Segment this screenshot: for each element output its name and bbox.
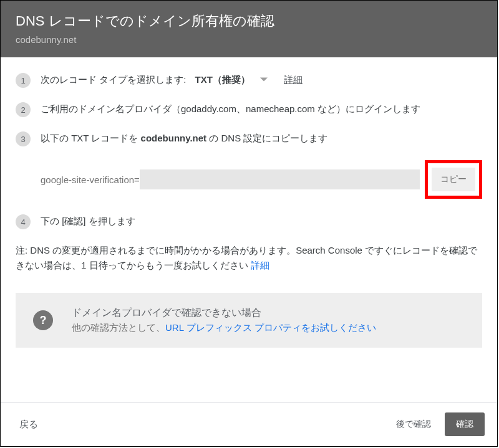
dialog-subtitle: codebunny.net [16, 34, 482, 45]
step-1-prefix: 次のレコード タイプを選択します: [41, 74, 186, 85]
step-number-badge: 3 [16, 131, 31, 146]
note-detail-link[interactable]: 詳細 [251, 260, 269, 270]
dialog-header: DNS レコードでのドメイン所有権の確認 codebunny.net [1, 1, 497, 57]
step-3-text: 以下の TXT レコードを codebunny.net の DNS 設定にコピー… [41, 131, 482, 145]
url-prefix-link[interactable]: URL プレフィックス プロパティをお試しください [165, 322, 376, 333]
record-type-dropdown[interactable]: TXT（推奨） [195, 74, 250, 85]
chevron-down-icon[interactable] [260, 73, 268, 87]
step-4: 4 下の [確認] を押します [16, 214, 482, 229]
dialog-title: DNS レコードでのドメイン所有権の確認 [16, 12, 482, 31]
copy-button-highlight: コピー [425, 160, 482, 199]
info-content: ドメイン名プロバイダで確認できない場合 他の確認方法として、URL プレフィック… [72, 307, 465, 334]
dns-note: 注: DNS の変更が適用されるまでに時間がかかる場合があります。Search … [16, 243, 482, 273]
step-number-badge: 2 [16, 102, 31, 117]
back-button[interactable]: 戻る [13, 414, 44, 436]
txt-record-prefix: google-site-verification= [41, 174, 140, 185]
step-4-text: 下の [確認] を押します [41, 214, 482, 228]
step-number-badge: 1 [16, 73, 31, 88]
step-number-badge: 4 [16, 214, 31, 229]
step-1-text: 次のレコード タイプを選択します: TXT（推奨） 詳細 [41, 72, 482, 88]
txt-record-row: google-site-verification= コピー [41, 160, 482, 199]
step-1: 1 次のレコード タイプを選択します: TXT（推奨） 詳細 [16, 72, 482, 88]
alternative-info-box: ? ドメイン名プロバイダで確認できない場合 他の確認方法として、URL プレフィ… [16, 293, 482, 348]
info-title: ドメイン名プロバイダで確認できない場合 [72, 307, 465, 320]
verify-domain-dialog: DNS レコードでのドメイン所有権の確認 codebunny.net 1 次のレ… [0, 0, 498, 447]
step-2: 2 ご利用のドメイン名プロバイダ（godaddy.com、namecheap.c… [16, 102, 482, 117]
step-2-text: ご利用のドメイン名プロバイダ（godaddy.com、namecheap.com… [41, 102, 482, 116]
txt-record-value-input[interactable] [140, 169, 420, 189]
step-3-post: の DNS 設定にコピーします [206, 133, 327, 143]
help-icon: ? [33, 310, 53, 330]
verify-later-button[interactable]: 後で確認 [387, 414, 440, 435]
copy-button[interactable]: コピー [432, 168, 475, 191]
note-text: 注: DNS の変更が適用されるまでに時間がかかる場合があります。Search … [16, 245, 477, 270]
step-3: 3 以下の TXT レコードを codebunny.net の DNS 設定にコ… [16, 131, 482, 146]
detail-link[interactable]: 詳細 [284, 74, 303, 85]
info-pre: 他の確認方法として、 [72, 322, 165, 333]
step-3-domain: codebunny.net [141, 133, 207, 143]
dialog-footer: 戻る 後で確認 確認 [1, 402, 497, 446]
verify-button[interactable]: 確認 [445, 412, 485, 436]
dialog-content: 1 次のレコード タイプを選択します: TXT（推奨） 詳細 2 ご利用のドメイ… [1, 57, 497, 402]
info-text: 他の確認方法として、URL プレフィックス プロパティをお試しください [72, 322, 465, 334]
step-3-pre: 以下の TXT レコードを [41, 133, 141, 143]
